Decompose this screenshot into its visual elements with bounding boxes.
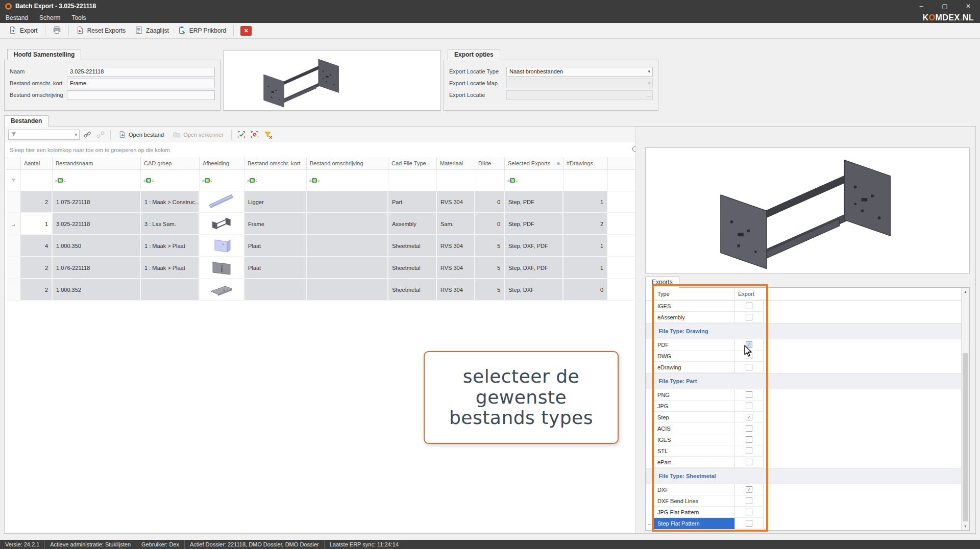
menu-item-tools[interactable]: Tools [66,14,91,21]
deselect-all-icon[interactable] [249,130,260,140]
scroll-down-icon[interactable]: ▼ [962,522,969,530]
filter-cell-cad_file_type[interactable] [388,170,437,191]
export-type-row[interactable]: PNG [646,389,969,401]
filter-cell-bestandsnaam[interactable]: aBc [53,170,141,191]
col-header-afbeelding[interactable]: Afbeelding [200,157,244,170]
field-export-locatie-type[interactable]: Naast bronbestanden▾ [506,67,653,77]
filter-cell-cad_groep[interactable]: aBc [141,170,200,191]
unlink-icon[interactable] [95,130,106,140]
export-checkbox-step[interactable]: ✓ [746,414,752,420]
export-checkbox-acis[interactable] [746,425,752,432]
tab-bestanden[interactable]: Bestanden [4,115,48,127]
cell-cad_file_type: Sheetmetal [388,257,437,279]
col-header-omschrijving[interactable]: Bestand omschrijving [307,157,388,170]
col-header-cad_groep[interactable]: CAD groep [141,157,200,170]
export-checkbox-eassembly[interactable] [746,314,752,320]
filter-cell-selected_exports[interactable]: aBc [505,170,564,191]
col-header-cad_file_type[interactable]: Cad File Type [388,157,437,170]
export-type-row[interactable]: DWG [646,351,969,362]
menu-item-scherm[interactable]: Scherm [34,14,66,21]
export-type-row[interactable]: IGES [646,434,969,445]
menu-item-bestand[interactable]: Bestand [0,14,34,21]
exports-scrollbar[interactable]: ▲ ▼ [961,288,969,530]
field-bestand-omschr-kort[interactable]: Frame [67,79,215,88]
export-type-row[interactable]: eDrawing [646,362,969,373]
export-checkbox-iges[interactable] [746,436,752,443]
export-type-row[interactable]: JPG [646,401,969,412]
export-checkbox-dxf-bend-lines[interactable] [746,497,752,504]
reset-exports-button[interactable]: Reset Exports [71,24,130,37]
ellipsis-button[interactable]: … [646,92,651,98]
export-type-row[interactable]: Step✓ [646,412,969,423]
close-button[interactable]: ✕ [957,0,980,12]
filter-cell-aantal[interactable] [21,170,53,191]
export-type-row[interactable]: STL [646,445,969,457]
row-indicator [7,191,21,213]
exports-export-header[interactable]: Export [735,288,767,300]
export-type-row[interactable]: PDF✓ [646,339,969,351]
export-checkbox-jpg[interactable] [746,403,752,409]
filter-cell-omschrijving[interactable]: aBc [307,170,388,191]
filter-cell-drawings[interactable] [564,170,608,191]
maximize-button[interactable]: ▢ [933,0,957,12]
open-bestand-button[interactable]: Open bestand [115,130,167,140]
export-checkbox-edrawing[interactable] [746,364,752,370]
close-red-button[interactable]: ✕ [240,26,252,36]
table-row[interactable]: 21.000.352SheetmetalRVS 3045Step, DXF0 [7,279,635,301]
tab-export-opties[interactable]: Export opties [448,49,500,60]
erp-prikbord-button[interactable]: ERP Prikbord [174,24,231,37]
export-checkbox-stl[interactable] [746,447,752,454]
column-filter-icon[interactable]: ≡ [557,161,560,166]
export-type-row[interactable]: IGES [646,301,969,312]
field-naam[interactable]: 3.025-221118 [67,67,215,77]
col-header-dikte[interactable]: Dikte [475,157,505,170]
zaaglijst-button[interactable]: Zaaglijst [130,24,174,37]
filter-cell-materiaal[interactable] [437,170,475,191]
export-checkbox-dxf[interactable]: ✓ [746,486,752,493]
scrollbar-thumb[interactable] [963,353,968,521]
filter-cell-dikte[interactable] [475,170,505,191]
tab-hoofd-samenstelling[interactable]: Hoofd Samenstelling [7,49,81,60]
col-header-selected_exports[interactable]: Selected Exports≡ [505,157,564,170]
groupby-bar[interactable]: Sleep hier een kolomkop naar toe om te g… [5,142,645,158]
export-checkbox-png[interactable] [746,391,752,398]
export-checkbox-jpg-flat-pattern[interactable] [746,509,752,515]
col-header-bestandsnaam[interactable]: Bestandsnaam [53,157,141,170]
cell-omschrijving [307,191,388,213]
minimize-button[interactable]: – [910,0,933,12]
col-header-omschr_kort[interactable]: Bestand omschr. kort [244,157,307,170]
filter-cell-afbeelding[interactable]: aBc [200,170,244,191]
open-verkenner-button[interactable]: Open verkenner [169,130,227,140]
print-button[interactable] [48,24,66,37]
export-checkbox-step-flat-pattern[interactable] [746,520,752,527]
table-row[interactable]: 21.076-2211181 : Maak > PlaatPlaatSheetm… [7,257,635,279]
export-type-row[interactable]: ePart [646,457,969,468]
export-group-row[interactable]: ⌄File Type: Part [646,373,969,389]
field-bestand-omschrijving[interactable] [67,90,215,100]
table-row[interactable]: 21.075-2211181 : Maak > Construc...Ligge… [7,191,635,213]
col-header-drawings[interactable]: #Drawings [564,157,608,170]
export-type-row[interactable]: ACIS [646,423,969,434]
export-type-row[interactable]: →Step Flat Pattern [646,518,969,529]
export-button[interactable]: Export [4,24,42,37]
export-type-row[interactable]: JPG Flat Pattern [646,507,969,518]
export-checkbox-iges[interactable] [746,303,752,309]
exports-type-header[interactable]: Type [653,288,735,300]
export-type-row[interactable]: DXF✓ [646,484,969,495]
scroll-up-icon[interactable]: ▲ [962,288,969,295]
export-group-row[interactable]: ⌄File Type: Sheetmetal [646,468,969,484]
export-checkbox-epart[interactable] [746,459,752,465]
clear-filter-icon[interactable] [262,130,274,140]
tab-exports[interactable]: Exports [645,277,679,288]
link-icon[interactable] [82,130,93,140]
select-all-icon[interactable] [236,130,247,140]
export-type-row[interactable]: eAssembly [646,312,969,323]
filter-cell-omschr_kort[interactable]: aBc [244,170,307,191]
table-row[interactable]: 41.000.3501 : Maak > PlaatPlaatSheetmeta… [7,235,635,257]
export-group-row[interactable]: ⌄File Type: Drawing [646,323,969,339]
export-type-row[interactable]: DXF Bend Lines [646,495,969,507]
col-header-materiaal[interactable]: Materiaal [437,157,475,170]
filter-combo[interactable]: ▾ [8,130,80,140]
col-header-aantal[interactable]: Aantal [21,157,53,170]
table-row[interactable]: →13.025-2211183 : Las Sam.FrameAssemblyS… [7,213,635,235]
